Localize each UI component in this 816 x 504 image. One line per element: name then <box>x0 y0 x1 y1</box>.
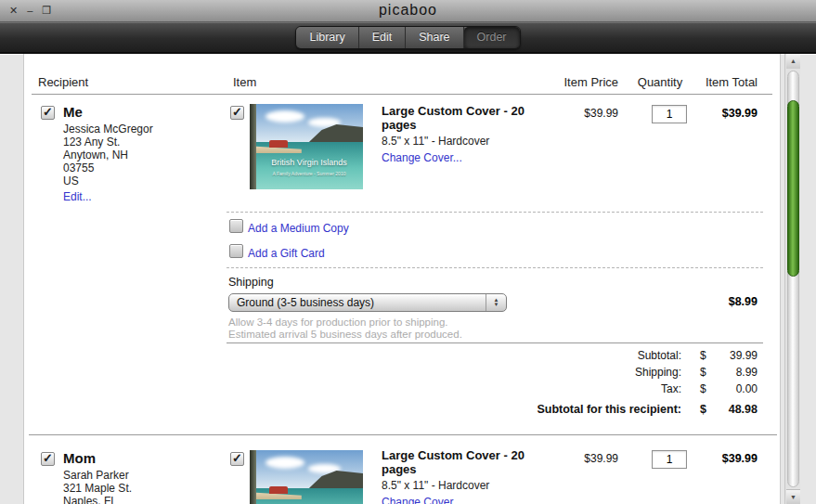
address-line: Jessica McGregor <box>63 123 153 136</box>
add-medium-copy-checkbox[interactable] <box>229 219 243 233</box>
change-cover-link[interactable]: Change Cover... <box>382 496 462 504</box>
address-line: US <box>63 174 153 187</box>
recipient-checkbox[interactable]: ✓ <box>41 452 55 466</box>
dashed-divider <box>227 212 763 213</box>
add-gift-card-checkbox[interactable] <box>229 244 243 258</box>
item-checkbox[interactable]: ✓ <box>230 452 244 466</box>
address-line: Naples, FL <box>63 495 132 504</box>
production-note: Allow 3-4 days for production prior to s… <box>228 317 448 328</box>
shipping-amount: 8.99 <box>719 366 758 379</box>
thumbnail-cloud <box>266 457 304 469</box>
shipping-method-select[interactable]: Ground (3-5 business days) ▲ ▼ <box>228 293 507 312</box>
header-divider <box>32 94 772 95</box>
shipping-price: $8.99 <box>729 295 758 308</box>
book-cover-thumbnail: British Virgin Islands A Family Adventur… <box>250 450 363 504</box>
dashed-divider <box>227 267 763 268</box>
header-item-total: Item Total <box>706 75 758 89</box>
tax-row: Tax: $ 0.00 <box>386 382 758 399</box>
scroll-up-icon[interactable]: ▲ <box>786 54 800 69</box>
recipient-address: Sarah Parker 321 Maple St. Naples, FL 34… <box>63 469 132 504</box>
address-line: 03755 <box>63 162 153 174</box>
recipient-address: Jessica McGregor 123 Any St. Anytown, NH… <box>63 123 153 187</box>
item-title: Large Custom Cover - 20 pages <box>382 449 550 476</box>
tax-label: Tax: <box>661 382 681 395</box>
item-specs: 8.5" x 11" - Hardcover <box>382 135 550 148</box>
item-checkbox[interactable]: ✓ <box>230 106 244 120</box>
cover-title: British Virgin Islands <box>257 158 361 167</box>
add-medium-copy-link[interactable]: Add a Medium Copy <box>248 222 349 235</box>
shipping-currency: $ <box>700 366 719 379</box>
scroll-down-icon[interactable]: ▼ <box>786 489 800 504</box>
quantity-input[interactable] <box>652 105 687 123</box>
tab-order[interactable]: Order <box>464 27 520 48</box>
thumbnail-cloud <box>266 110 304 123</box>
shipping-method-value: Ground (3-5 business days) <box>229 296 486 309</box>
recipient-subtotal-amount: 48.98 <box>719 403 758 416</box>
main-nav: Library Edit Share Order <box>0 22 816 54</box>
subtotal-currency: $ <box>700 349 719 362</box>
shipping-heading: Shipping <box>228 276 274 289</box>
tab-edit[interactable]: Edit <box>359 27 407 48</box>
app-title: picaboo <box>0 2 816 19</box>
recipient-subtotal-label: Subtotal for this recipient: <box>537 403 681 416</box>
select-stepper-icon: ▲ ▼ <box>486 294 506 311</box>
shipping-label: Shipping: <box>635 366 681 379</box>
shipping-row: Shipping: $ 8.99 <box>386 366 758 382</box>
titlebar: ✕ – ❒ picaboo <box>0 0 816 22</box>
subtotal-amount: 39.99 <box>719 349 758 362</box>
item-price: $39.99 <box>584 107 618 120</box>
cover-subtitle: A Family Adventure - Summer 2010 <box>257 171 361 176</box>
tax-currency: $ <box>700 382 719 395</box>
subtotal-label: Subtotal: <box>638 349 681 362</box>
tax-amount: 0.00 <box>719 382 758 395</box>
change-cover-link[interactable]: Change Cover... <box>382 151 462 164</box>
arrival-note: Estimated arrival 5 business days after … <box>228 329 462 340</box>
book-spine <box>250 104 256 189</box>
subtotal-row: Subtotal: $ 39.99 <box>386 349 758 366</box>
recipient-divider <box>29 434 777 435</box>
item-total: $39.99 <box>722 452 758 465</box>
item-price: $39.99 <box>584 452 618 465</box>
item-info: Large Custom Cover - 20 pages 8.5" x 11"… <box>382 105 550 165</box>
totals-divider <box>227 342 763 343</box>
thumbnail-hut <box>269 140 289 148</box>
item-total: $39.99 <box>722 107 758 120</box>
recipient-name: Mom <box>63 450 96 466</box>
tab-share[interactable]: Share <box>406 27 463 48</box>
thumbnail-hut <box>269 486 289 494</box>
order-table: Recipient Item Item Price Quantity Item … <box>23 54 781 504</box>
vertical-scrollbar[interactable]: ▲ ▼ <box>784 54 800 504</box>
tab-group: Library Edit Share Order <box>295 26 520 49</box>
book-spine <box>250 450 256 504</box>
quantity-input[interactable] <box>652 450 687 469</box>
header-quantity: Quantity <box>632 75 688 89</box>
address-line: 321 Maple St. <box>63 482 132 495</box>
recipient-totals: Subtotal: $ 39.99 Shipping: $ 8.99 Tax: … <box>386 349 758 420</box>
recipient-subtotal-row: Subtotal for this recipient: $ 48.98 <box>386 403 758 420</box>
order-content: Recipient Item Item Price Quantity Item … <box>0 54 816 504</box>
recipient-name: Me <box>63 104 83 120</box>
scrollbar-thumb[interactable] <box>787 100 799 277</box>
address-line: Sarah Parker <box>63 469 132 482</box>
edit-recipient-link[interactable]: Edit... <box>63 190 92 203</box>
item-specs: 8.5" x 11" - Hardcover <box>382 479 550 492</box>
item-title: Large Custom Cover - 20 pages <box>382 105 550 132</box>
item-info: Large Custom Cover - 20 pages 8.5" x 11"… <box>382 449 550 504</box>
stepper-down-icon: ▼ <box>494 303 499 307</box>
recipient-checkbox[interactable]: ✓ <box>41 106 55 120</box>
header-item: Item <box>233 75 256 89</box>
book-cover-thumbnail: British Virgin Islands A Family Adventur… <box>250 104 363 189</box>
add-gift-card-link[interactable]: Add a Gift Card <box>248 247 325 260</box>
address-line: Anytown, NH <box>63 149 153 162</box>
header-recipient: Recipient <box>38 75 88 89</box>
header-item-price: Item Price <box>563 75 618 89</box>
tab-library[interactable]: Library <box>296 27 358 48</box>
recipient-subtotal-currency: $ <box>700 403 719 416</box>
address-line: 123 Any St. <box>63 136 153 149</box>
